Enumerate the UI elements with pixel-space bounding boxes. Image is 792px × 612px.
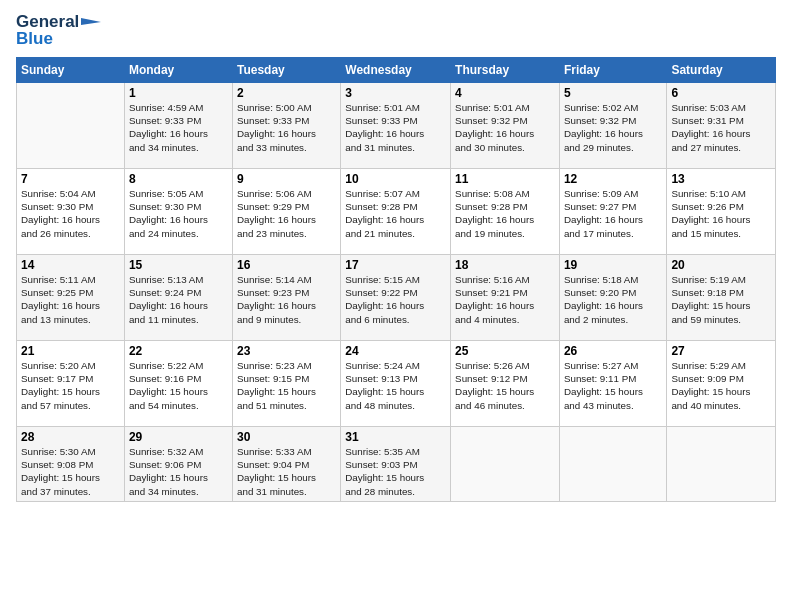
day-number: 5: [564, 86, 662, 100]
weekday-header-friday: Friday: [559, 58, 666, 83]
day-info: Sunrise: 5:02 AMSunset: 9:32 PMDaylight:…: [564, 101, 662, 154]
day-info: Sunrise: 5:01 AMSunset: 9:33 PMDaylight:…: [345, 101, 446, 154]
day-number: 20: [671, 258, 771, 272]
calendar-cell: 7Sunrise: 5:04 AMSunset: 9:30 PMDaylight…: [17, 169, 125, 255]
calendar-cell: 2Sunrise: 5:00 AMSunset: 9:33 PMDaylight…: [232, 83, 340, 169]
calendar-table: SundayMondayTuesdayWednesdayThursdayFrid…: [16, 57, 776, 502]
day-number: 22: [129, 344, 228, 358]
calendar-cell: 27Sunrise: 5:29 AMSunset: 9:09 PMDayligh…: [667, 341, 776, 427]
logo-blue-text: Blue: [16, 29, 101, 49]
day-number: 27: [671, 344, 771, 358]
day-number: 8: [129, 172, 228, 186]
calendar-cell: 24Sunrise: 5:24 AMSunset: 9:13 PMDayligh…: [341, 341, 451, 427]
day-number: 3: [345, 86, 446, 100]
calendar-cell: 26Sunrise: 5:27 AMSunset: 9:11 PMDayligh…: [559, 341, 666, 427]
calendar-cell: 28Sunrise: 5:30 AMSunset: 9:08 PMDayligh…: [17, 427, 125, 502]
calendar-cell: 25Sunrise: 5:26 AMSunset: 9:12 PMDayligh…: [451, 341, 560, 427]
day-info: Sunrise: 5:29 AMSunset: 9:09 PMDaylight:…: [671, 359, 771, 412]
logo: General Blue: [16, 12, 101, 49]
day-number: 31: [345, 430, 446, 444]
svg-marker-0: [81, 18, 101, 25]
day-number: 14: [21, 258, 120, 272]
day-info: Sunrise: 5:07 AMSunset: 9:28 PMDaylight:…: [345, 187, 446, 240]
calendar-cell: 29Sunrise: 5:32 AMSunset: 9:06 PMDayligh…: [124, 427, 232, 502]
day-number: 2: [237, 86, 336, 100]
weekday-header-monday: Monday: [124, 58, 232, 83]
day-info: Sunrise: 5:27 AMSunset: 9:11 PMDaylight:…: [564, 359, 662, 412]
day-number: 6: [671, 86, 771, 100]
calendar-page: General Blue SundayMondayTuesdayWednesda…: [0, 0, 792, 612]
day-number: 23: [237, 344, 336, 358]
day-number: 11: [455, 172, 555, 186]
day-number: 29: [129, 430, 228, 444]
day-number: 30: [237, 430, 336, 444]
calendar-week-row: 1Sunrise: 4:59 AMSunset: 9:33 PMDaylight…: [17, 83, 776, 169]
day-number: 19: [564, 258, 662, 272]
day-number: 25: [455, 344, 555, 358]
calendar-cell: 15Sunrise: 5:13 AMSunset: 9:24 PMDayligh…: [124, 255, 232, 341]
day-number: 4: [455, 86, 555, 100]
calendar-cell: 20Sunrise: 5:19 AMSunset: 9:18 PMDayligh…: [667, 255, 776, 341]
calendar-cell: 17Sunrise: 5:15 AMSunset: 9:22 PMDayligh…: [341, 255, 451, 341]
calendar-cell: [559, 427, 666, 502]
day-info: Sunrise: 5:06 AMSunset: 9:29 PMDaylight:…: [237, 187, 336, 240]
day-number: 9: [237, 172, 336, 186]
logo-bird-icon: [81, 14, 101, 30]
calendar-cell: 19Sunrise: 5:18 AMSunset: 9:20 PMDayligh…: [559, 255, 666, 341]
day-number: 7: [21, 172, 120, 186]
day-info: Sunrise: 5:18 AMSunset: 9:20 PMDaylight:…: [564, 273, 662, 326]
calendar-week-row: 7Sunrise: 5:04 AMSunset: 9:30 PMDaylight…: [17, 169, 776, 255]
day-number: 26: [564, 344, 662, 358]
day-info: Sunrise: 5:10 AMSunset: 9:26 PMDaylight:…: [671, 187, 771, 240]
day-info: Sunrise: 5:11 AMSunset: 9:25 PMDaylight:…: [21, 273, 120, 326]
day-number: 24: [345, 344, 446, 358]
calendar-week-row: 28Sunrise: 5:30 AMSunset: 9:08 PMDayligh…: [17, 427, 776, 502]
weekday-header-wednesday: Wednesday: [341, 58, 451, 83]
calendar-cell: 10Sunrise: 5:07 AMSunset: 9:28 PMDayligh…: [341, 169, 451, 255]
day-number: 10: [345, 172, 446, 186]
calendar-cell: [667, 427, 776, 502]
day-info: Sunrise: 5:35 AMSunset: 9:03 PMDaylight:…: [345, 445, 446, 498]
day-info: Sunrise: 5:19 AMSunset: 9:18 PMDaylight:…: [671, 273, 771, 326]
day-number: 16: [237, 258, 336, 272]
calendar-cell: 9Sunrise: 5:06 AMSunset: 9:29 PMDaylight…: [232, 169, 340, 255]
weekday-header-tuesday: Tuesday: [232, 58, 340, 83]
calendar-cell: 16Sunrise: 5:14 AMSunset: 9:23 PMDayligh…: [232, 255, 340, 341]
day-info: Sunrise: 5:00 AMSunset: 9:33 PMDaylight:…: [237, 101, 336, 154]
weekday-header-sunday: Sunday: [17, 58, 125, 83]
calendar-cell: 30Sunrise: 5:33 AMSunset: 9:04 PMDayligh…: [232, 427, 340, 502]
calendar-cell: 22Sunrise: 5:22 AMSunset: 9:16 PMDayligh…: [124, 341, 232, 427]
logo-container: General Blue: [16, 12, 101, 49]
day-number: 13: [671, 172, 771, 186]
calendar-week-row: 21Sunrise: 5:20 AMSunset: 9:17 PMDayligh…: [17, 341, 776, 427]
day-info: Sunrise: 5:16 AMSunset: 9:21 PMDaylight:…: [455, 273, 555, 326]
day-info: Sunrise: 5:03 AMSunset: 9:31 PMDaylight:…: [671, 101, 771, 154]
calendar-cell: 11Sunrise: 5:08 AMSunset: 9:28 PMDayligh…: [451, 169, 560, 255]
day-info: Sunrise: 5:24 AMSunset: 9:13 PMDaylight:…: [345, 359, 446, 412]
calendar-cell: 23Sunrise: 5:23 AMSunset: 9:15 PMDayligh…: [232, 341, 340, 427]
day-info: Sunrise: 5:33 AMSunset: 9:04 PMDaylight:…: [237, 445, 336, 498]
calendar-cell: 1Sunrise: 4:59 AMSunset: 9:33 PMDaylight…: [124, 83, 232, 169]
calendar-cell: 21Sunrise: 5:20 AMSunset: 9:17 PMDayligh…: [17, 341, 125, 427]
calendar-cell: 6Sunrise: 5:03 AMSunset: 9:31 PMDaylight…: [667, 83, 776, 169]
calendar-cell: 8Sunrise: 5:05 AMSunset: 9:30 PMDaylight…: [124, 169, 232, 255]
calendar-cell: 5Sunrise: 5:02 AMSunset: 9:32 PMDaylight…: [559, 83, 666, 169]
day-info: Sunrise: 5:14 AMSunset: 9:23 PMDaylight:…: [237, 273, 336, 326]
day-info: Sunrise: 5:26 AMSunset: 9:12 PMDaylight:…: [455, 359, 555, 412]
day-number: 1: [129, 86, 228, 100]
day-info: Sunrise: 5:22 AMSunset: 9:16 PMDaylight:…: [129, 359, 228, 412]
calendar-cell: 18Sunrise: 5:16 AMSunset: 9:21 PMDayligh…: [451, 255, 560, 341]
day-number: 15: [129, 258, 228, 272]
calendar-cell: 12Sunrise: 5:09 AMSunset: 9:27 PMDayligh…: [559, 169, 666, 255]
day-info: Sunrise: 5:05 AMSunset: 9:30 PMDaylight:…: [129, 187, 228, 240]
day-number: 12: [564, 172, 662, 186]
day-info: Sunrise: 5:15 AMSunset: 9:22 PMDaylight:…: [345, 273, 446, 326]
calendar-cell: 3Sunrise: 5:01 AMSunset: 9:33 PMDaylight…: [341, 83, 451, 169]
day-info: Sunrise: 5:08 AMSunset: 9:28 PMDaylight:…: [455, 187, 555, 240]
day-info: Sunrise: 5:09 AMSunset: 9:27 PMDaylight:…: [564, 187, 662, 240]
calendar-week-row: 14Sunrise: 5:11 AMSunset: 9:25 PMDayligh…: [17, 255, 776, 341]
calendar-cell: [17, 83, 125, 169]
day-info: Sunrise: 5:30 AMSunset: 9:08 PMDaylight:…: [21, 445, 120, 498]
day-info: Sunrise: 5:04 AMSunset: 9:30 PMDaylight:…: [21, 187, 120, 240]
weekday-header-saturday: Saturday: [667, 58, 776, 83]
